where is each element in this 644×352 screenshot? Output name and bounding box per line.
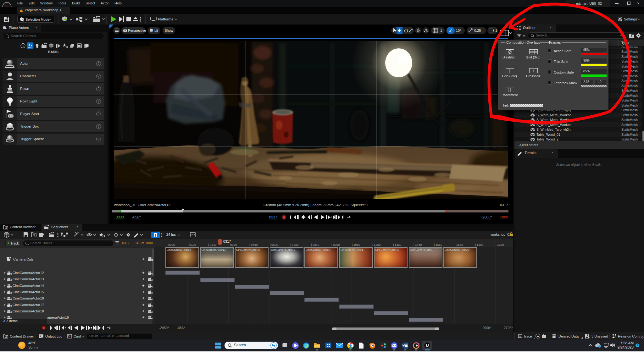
svg-text:10°: 10° <box>456 29 461 32</box>
svg-text:1: 1 <box>440 29 442 32</box>
svg-text:0.25: 0.25 <box>474 29 481 32</box>
svg-text:1: 1 <box>495 29 497 32</box>
